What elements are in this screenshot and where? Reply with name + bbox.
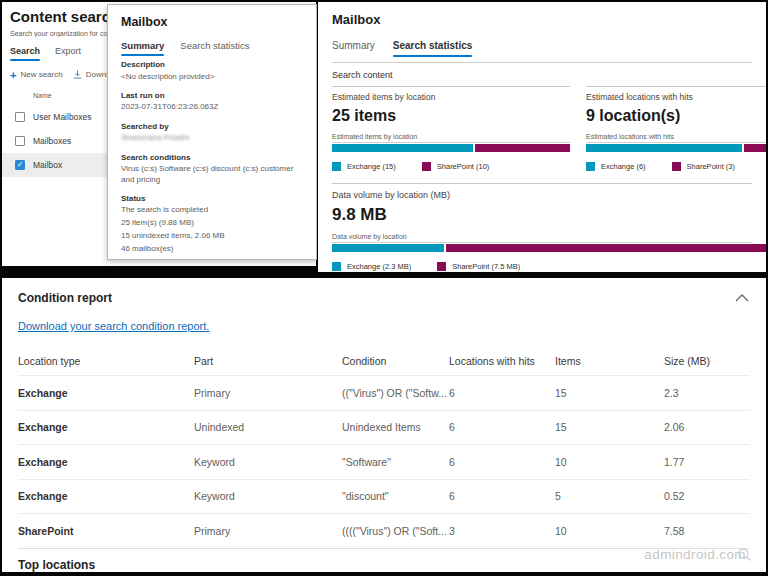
legend-exchange: Exchange (15) xyxy=(332,162,396,171)
legend-sharepoint: SharePoint (7.5 MB) xyxy=(437,262,520,271)
magenta-swatch-icon xyxy=(437,262,446,271)
condition-report-table: Location type Part Condition Locations w… xyxy=(18,347,750,572)
list-item-mailboxes[interactable]: Mailboxes xyxy=(2,129,108,153)
chevron-up-icon[interactable] xyxy=(734,293,750,303)
tab-search[interactable]: Search xyxy=(10,46,40,56)
bar-segment-exchange[interactable] xyxy=(332,144,475,152)
tab-export[interactable]: Export xyxy=(55,46,81,56)
charts-row: Estimated items by location 25 items Est… xyxy=(332,86,752,171)
searched-by-field: Searched by Shanchana Preethi xyxy=(121,122,303,144)
screenshot-canvas: Content search Search your organization … xyxy=(0,0,768,576)
col-condition: Condition xyxy=(342,355,449,367)
active-tab-underline xyxy=(393,55,473,58)
checkbox-checked-icon[interactable]: ✓ xyxy=(15,160,25,170)
col-size-mb: Size (MB) xyxy=(664,355,750,367)
content-search-list-pane: Content search Search your organization … xyxy=(2,2,108,266)
magenta-swatch-icon xyxy=(672,162,681,171)
checkbox-unchecked-icon[interactable] xyxy=(15,136,25,146)
col-items: Items xyxy=(555,355,664,367)
active-tab-underline xyxy=(10,59,40,61)
condition-report-panel: Condition report Download your search co… xyxy=(2,278,766,572)
items-stacked-bar xyxy=(332,144,570,152)
teal-swatch-icon xyxy=(586,162,595,171)
bar-segment-exchange[interactable] xyxy=(332,244,446,252)
description-field: Description <No description provided> xyxy=(121,60,303,82)
content-search-tabs: Search Export xyxy=(10,46,108,56)
status-line: 15 unindexed items, 2.06 MB xyxy=(121,231,303,241)
tab-summary[interactable]: Summary xyxy=(121,40,164,51)
data-volume-chart: Data volume by location (MB) 9.8 MB Data… xyxy=(332,183,752,271)
status-line: 25 item(s) (9.88 MB) xyxy=(121,218,303,228)
statistics-panel-title: Mailbox xyxy=(332,12,752,27)
name-column-header: Name xyxy=(10,92,108,99)
legend-sharepoint: SharePoint (3) xyxy=(672,162,735,171)
table-row[interactable]: ExchangePrimary(("Virus") OR ("Softw...6… xyxy=(18,375,750,410)
table-row[interactable]: SharePointPrimary(((("Virus") OR ("Soft.… xyxy=(18,513,750,548)
download-condition-report-link[interactable]: Download your search condition report. xyxy=(18,320,209,332)
top-locations-section: Top locations xyxy=(18,548,750,573)
search-toolbar: + New search Download xyxy=(10,70,108,79)
condition-report-header: Condition report xyxy=(18,291,750,305)
bar-segment-sharepoint[interactable] xyxy=(744,144,766,152)
status-line: 46 mailbox(es) xyxy=(121,244,303,254)
volume-stacked-bar xyxy=(332,244,766,252)
tab-summary[interactable]: Summary xyxy=(332,40,375,51)
search-content-section-label: Search content xyxy=(332,63,752,86)
condition-report-title: Condition report xyxy=(18,291,112,305)
page-subtitle: Search your organization for cont xyxy=(10,30,108,37)
status-line: The search is completed xyxy=(121,205,303,215)
last-run-field: Last run on 2023-07-31T06:23:26.063Z xyxy=(121,91,303,113)
items-by-location-chart: Estimated items by location 25 items Est… xyxy=(332,86,570,171)
active-tab-underline xyxy=(121,54,164,56)
bar-segment-exchange[interactable] xyxy=(586,144,744,152)
flyout-tabs: Summary Search statistics xyxy=(121,40,303,51)
download-button[interactable]: Download xyxy=(86,70,108,79)
status-line: All sites xyxy=(121,257,303,260)
checkbox-unchecked-icon[interactable] xyxy=(15,112,25,122)
new-search-button[interactable]: New search xyxy=(20,70,62,79)
col-part: Part xyxy=(194,355,342,367)
table-row[interactable]: ExchangeUnindexedUnindexed Items6152.06 xyxy=(18,410,750,445)
mailbox-summary-flyout: Mailbox Summary Search statistics Descri… xyxy=(107,4,317,260)
download-icon xyxy=(73,70,82,79)
search-list: User Mailboxes Mailboxes ✓ Mailbox xyxy=(2,105,108,177)
flyout-title: Mailbox xyxy=(121,15,303,29)
bar-segment-sharepoint[interactable] xyxy=(475,144,570,152)
teal-swatch-icon xyxy=(332,162,341,171)
content-search-panel: Content search Search your organization … xyxy=(2,2,316,266)
col-locations-with-hits: Locations with hits xyxy=(449,355,555,367)
page-title: Content search xyxy=(10,8,108,25)
col-location-type: Location type xyxy=(18,355,194,367)
tab-search-statistics[interactable]: Search statistics xyxy=(393,40,473,51)
search-conditions-field: Search conditions Virus (c:s) Software (… xyxy=(121,153,303,185)
status-field: Status The search is completed 25 item(s… xyxy=(121,194,303,260)
magenta-swatch-icon xyxy=(422,162,431,171)
items-legend: Exchange (15) SharePoint (10) xyxy=(332,162,570,171)
watermark: admindroid.com xyxy=(644,547,752,562)
list-item-user-mailboxes[interactable]: User Mailboxes xyxy=(2,105,108,129)
bar-segment-sharepoint[interactable] xyxy=(446,244,766,252)
table-header-row: Location type Part Condition Locations w… xyxy=(18,347,750,375)
legend-sharepoint: SharePoint (10) xyxy=(422,162,490,171)
search-statistics-panel: Mailbox Summary Search statistics Search… xyxy=(318,2,766,272)
legend-exchange: Exchange (2.3 MB) xyxy=(332,262,411,271)
tab-search-statistics[interactable]: Search statistics xyxy=(180,40,249,51)
volume-legend: Exchange (2.3 MB) SharePoint (7.5 MB) xyxy=(332,262,752,271)
redacted-user-name: Shanchana Preethi xyxy=(121,133,303,143)
locations-stacked-bar xyxy=(586,144,766,152)
locations-with-hits-chart: Estimated locations with hits 9 location… xyxy=(586,86,766,171)
top-locations-title: Top locations xyxy=(18,558,95,572)
table-row[interactable]: ExchangeKeyword"discount"650.52 xyxy=(18,479,750,514)
locations-legend: Exchange (6) SharePoint (3) xyxy=(586,162,766,171)
items-headline: 25 items xyxy=(332,107,570,125)
legend-exchange: Exchange (6) xyxy=(586,162,646,171)
list-item-mailbox-selected[interactable]: ✓ Mailbox xyxy=(2,153,108,177)
volume-headline: 9.8 MB xyxy=(332,205,752,225)
magnifier-icon xyxy=(737,547,752,562)
plus-icon: + xyxy=(10,71,16,79)
locations-headline: 9 location(s) xyxy=(586,107,766,125)
statistics-tabs: Summary Search statistics xyxy=(332,40,752,51)
table-row[interactable]: ExchangeKeyword"Software"6101.77 xyxy=(18,444,750,479)
teal-swatch-icon xyxy=(332,262,341,271)
